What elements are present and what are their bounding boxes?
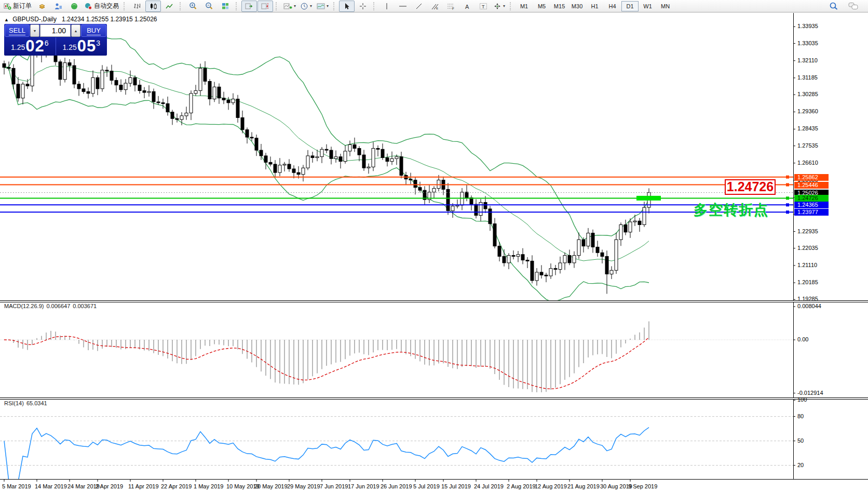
price-tag: 1.23977 (794, 209, 829, 216)
crosshair-button[interactable] (355, 1, 371, 12)
autotrading-button[interactable]: 自动交易 (83, 1, 121, 12)
horizontal-line-button[interactable] (395, 1, 411, 12)
horizontal-line-icon (399, 3, 407, 10)
price-axis-tick: 1.33035 (797, 40, 818, 47)
toolbar-separator (180, 2, 183, 10)
buy-price[interactable]: 1.25053 (56, 37, 107, 55)
crosshair-icon (359, 3, 367, 10)
vertical-line-button[interactable] (379, 1, 395, 12)
tf-m15-button[interactable]: M15 (551, 1, 568, 11)
chevron-down-icon: ▾ (294, 4, 296, 8)
tile-windows-button[interactable] (218, 1, 233, 12)
sell-price-big: 02 (25, 38, 44, 54)
indicators-icon (283, 3, 292, 10)
volume-decrease-button[interactable]: ▼ (30, 24, 39, 37)
tf-mn-button[interactable]: MN (657, 1, 674, 11)
svg-text:F: F (452, 6, 454, 10)
rsi-panel-splitter[interactable] (0, 397, 868, 400)
community-chat-button[interactable] (846, 1, 861, 12)
new-order-label: 新订单 (13, 2, 32, 10)
date-axis-tick: 20 May 2019 (254, 483, 288, 490)
zoom-out-button[interactable] (201, 1, 217, 12)
tf-w1-button[interactable]: W1 (639, 1, 656, 11)
search-symbol-button[interactable] (826, 1, 842, 12)
price-tag: 1.24365 (794, 202, 829, 208)
clock-icon (301, 3, 308, 10)
pivot-note-text[interactable]: 多空转折点 (694, 201, 769, 219)
date-axis-tick: 24 Mar 2019 (67, 483, 100, 490)
tf-m1-button[interactable]: M1 (516, 1, 533, 11)
date-axis-tick: 30 Aug 2019 (600, 483, 632, 490)
rsi-indicator-label: RSI(14)65.0341 (4, 400, 50, 406)
macd-panel-splitter[interactable] (0, 300, 868, 302)
macd-signal-value: 0.003671 (73, 303, 97, 309)
line-chart-button[interactable] (161, 1, 177, 12)
date-axis-tick: 26 Jun 2019 (381, 483, 412, 490)
buy-price-pip: 3 (96, 39, 100, 47)
navigator-button[interactable] (50, 1, 66, 12)
new-order-button[interactable]: 新订单 (2, 1, 34, 12)
candlestick-chart-button[interactable] (145, 1, 161, 12)
trend-line-button[interactable] (411, 1, 427, 12)
vertical-line-icon (384, 3, 390, 10)
bar-chart-button[interactable] (129, 1, 145, 12)
sell-price-pip: 6 (45, 39, 49, 47)
one-click-toggle-icon[interactable]: ▲ (4, 17, 9, 22)
tf-m30-button[interactable]: M30 (568, 1, 586, 11)
equidistant-channel-button[interactable]: E (427, 1, 443, 12)
date-axis-tick: 2 Apr 2019 (96, 483, 123, 490)
templates-button[interactable]: ▾ (315, 1, 331, 12)
equidistant-channel-icon: E (431, 3, 439, 10)
auto-scroll-button[interactable] (241, 1, 257, 12)
arrows-icon (494, 3, 501, 10)
rsi-axis-tick: 80 (797, 413, 804, 420)
date-axis-border (0, 479, 868, 480)
rsi-axis-tick: 20 (797, 462, 804, 469)
tile-windows-icon (222, 3, 229, 10)
chart-shift-button[interactable] (257, 1, 273, 12)
search-icon (829, 2, 838, 10)
sell-button[interactable]: SELL (5, 24, 30, 37)
date-axis-tick: 7 Jun 2019 (320, 483, 348, 490)
volume-input[interactable]: 1.00 (40, 24, 71, 37)
date-axis-tick: 5 Jul 2019 (413, 483, 440, 490)
chart-canvas[interactable] (0, 13, 793, 479)
tf-m5-button[interactable]: M5 (533, 1, 550, 11)
periods-button[interactable]: ▾ (299, 1, 314, 12)
tf-h4-button[interactable]: H4 (604, 1, 621, 11)
volume-increase-button[interactable]: ▲ (71, 24, 80, 37)
bar-chart-icon (133, 3, 141, 10)
tf-d1-button[interactable]: D1 (621, 1, 639, 11)
terminal-button[interactable] (66, 1, 82, 12)
toolbar-separator (333, 2, 336, 10)
line-chart-icon (166, 3, 173, 10)
price-axis-tick: 1.31185 (797, 74, 818, 81)
zoom-in-button[interactable] (185, 1, 201, 12)
price-callout-box[interactable]: 1.24726 (725, 179, 776, 195)
text-button[interactable]: A (459, 1, 475, 12)
market-watch-icon (38, 3, 46, 10)
macd-indicator-label: MACD(12.26.9)0.0066470.003671 (4, 303, 99, 309)
date-axis-tick: 12 Aug 2019 (535, 483, 567, 490)
arrows-tool-button[interactable]: ▾ (492, 1, 507, 12)
text-icon: A (464, 3, 470, 10)
sell-price[interactable]: 1.25026 (4, 37, 56, 55)
navigator-icon (55, 3, 62, 10)
fibonacci-button[interactable]: F (443, 1, 459, 12)
price-axis-tick: 1.23860 (797, 210, 818, 217)
price-axis-tick: 1.22035 (797, 245, 818, 251)
toolbar: 新订单 自动交易 (0, 0, 868, 12)
rsi-value: 65.0341 (26, 400, 47, 406)
toolbar-separator (124, 2, 127, 10)
chevron-down-icon: ▾ (327, 4, 329, 8)
price-axis-tick: 1.30285 (797, 91, 818, 98)
date-axis-tick: 22 Apr 2019 (161, 483, 192, 490)
text-label-button[interactable]: T (476, 1, 491, 12)
tf-h1-button[interactable]: H1 (586, 1, 603, 11)
market-watch-button[interactable] (34, 1, 50, 12)
cursor-button[interactable] (339, 1, 355, 12)
buy-button[interactable]: BUY (81, 24, 106, 37)
indicators-button[interactable]: ▾ (281, 1, 298, 12)
sell-label: SELL (9, 26, 25, 35)
price-tag: 1.25026 (794, 190, 829, 196)
